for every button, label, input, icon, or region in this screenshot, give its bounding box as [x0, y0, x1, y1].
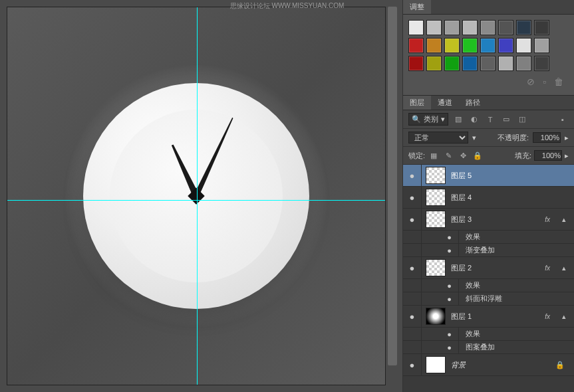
swatch[interactable]	[498, 38, 513, 53]
effect-name: 图案叠加	[466, 342, 495, 352]
effect-name: 效果	[466, 232, 480, 242]
lock-trans-icon[interactable]: ▦	[428, 149, 440, 161]
tab-paths[interactable]: 路径	[459, 96, 487, 110]
swatch[interactable]	[426, 20, 442, 35]
swatch[interactable]	[462, 38, 478, 53]
swatch[interactable]	[462, 56, 478, 71]
swatch[interactable]	[408, 20, 424, 35]
layer-thumbnail[interactable]	[426, 356, 446, 373]
layer-row[interactable]: ● 图层 5	[403, 165, 574, 187]
layer-thumbnail[interactable]	[426, 259, 446, 276]
document-canvas[interactable]	[7, 7, 386, 385]
swatch[interactable]	[534, 56, 549, 71]
swatch[interactable]	[462, 20, 478, 35]
opacity-input[interactable]	[533, 132, 561, 143]
layer-effect-row[interactable]: ● 效果	[403, 231, 574, 244]
visibility-eye-icon[interactable]: ●	[403, 209, 422, 230]
watermark-text: 思缘设计论坛 WWW.MISSYUAN.COM	[230, 1, 345, 11]
fx-collapse-icon[interactable]: ▴	[558, 264, 570, 272]
swatch[interactable]	[480, 38, 496, 53]
layer-effect-row[interactable]: ● 效果	[403, 279, 574, 292]
layer-effect-row[interactable]: ● 效果	[403, 328, 574, 341]
visibility-eye-icon[interactable]: ●	[403, 165, 422, 186]
visibility-eye-icon[interactable]: ●	[440, 341, 459, 353]
visibility-eye-icon[interactable]: ●	[403, 306, 422, 327]
visibility-eye-icon[interactable]: ●	[403, 354, 422, 375]
swatch[interactable]	[516, 56, 531, 71]
adjustments-tabs: 调整	[403, 0, 574, 15]
layer-thumbnail[interactable]	[426, 211, 446, 228]
tab-channels[interactable]: 通道	[431, 96, 459, 110]
filter-pixel-icon[interactable]: ▧	[452, 114, 464, 126]
scrubby-icon[interactable]: ▸	[565, 151, 569, 160]
guide-vertical[interactable]	[197, 7, 198, 385]
visibility-eye-icon[interactable]: ●	[440, 244, 459, 256]
lock-all-icon[interactable]: 🔒	[472, 149, 484, 161]
dropdown-arrow-icon: ▾	[441, 115, 445, 124]
swatch[interactable]	[480, 20, 496, 35]
layer-row[interactable]: ● 背景 🔒	[403, 354, 574, 376]
layer-name: 图层 3	[451, 215, 539, 225]
layer-row[interactable]: ● 图层 3 fx▴	[403, 209, 574, 231]
swatch[interactable]	[534, 38, 549, 53]
swatch[interactable]	[408, 38, 424, 53]
swatch-new-icon[interactable]: ▫	[543, 76, 546, 87]
swatch[interactable]	[498, 56, 513, 71]
layer-filter-type[interactable]: 🔍 类别 ▾	[408, 113, 448, 126]
filter-toggle[interactable]: ▪	[557, 114, 569, 126]
guide-horizontal[interactable]	[7, 200, 385, 201]
swatch[interactable]	[534, 20, 549, 35]
layer-name: 图层 1	[451, 312, 539, 322]
layer-thumbnail[interactable]	[426, 167, 446, 184]
visibility-eye-icon[interactable]: ●	[403, 187, 422, 208]
swatch[interactable]	[516, 20, 531, 35]
right-panels: 思缘设计论坛 WWW.MISSYUAN.COM 调整 ⊘ ▫ 🗑 图层 通道 路…	[402, 0, 574, 392]
swatch[interactable]	[444, 56, 460, 71]
fx-badge[interactable]: fx	[545, 264, 553, 272]
layer-row[interactable]: ● 图层 1 fx▴	[403, 306, 574, 328]
swatch[interactable]	[498, 20, 513, 35]
fill-label: 填充:	[515, 151, 531, 161]
tab-adjustments[interactable]: 调整	[403, 0, 431, 14]
filter-smart-icon[interactable]: ◫	[516, 114, 528, 126]
fill-input[interactable]	[534, 150, 562, 161]
swatch[interactable]	[408, 56, 424, 71]
visibility-eye-icon[interactable]: ●	[403, 257, 422, 278]
blend-mode-select[interactable]: 正常	[408, 132, 468, 144]
visibility-eye-icon[interactable]: ●	[440, 231, 459, 243]
swatches-panel: ⊘ ▫ 🗑	[403, 15, 574, 95]
fx-badge[interactable]: fx	[545, 216, 553, 223]
filter-adjust-icon[interactable]: ◐	[468, 114, 480, 126]
layer-row[interactable]: ● 图层 4	[403, 187, 574, 209]
layer-effect-row[interactable]: ● 图案叠加	[403, 341, 574, 354]
lock-paint-icon[interactable]: ✎	[442, 149, 454, 161]
canvas-scrollbar[interactable]	[388, 7, 397, 365]
layer-effect-row[interactable]: ● 斜面和浮雕	[403, 292, 574, 306]
visibility-eye-icon[interactable]: ●	[440, 292, 459, 305]
visibility-eye-icon[interactable]: ●	[440, 279, 459, 292]
swatch-noentry-icon[interactable]: ⊘	[527, 76, 535, 87]
scrubby-icon[interactable]: ▸	[565, 134, 569, 142]
fx-badge[interactable]: fx	[545, 313, 553, 320]
tab-layers[interactable]: 图层	[403, 96, 431, 110]
layer-thumbnail[interactable]	[426, 189, 446, 206]
filter-type-icon[interactable]: T	[484, 114, 496, 126]
swatch[interactable]	[444, 20, 460, 35]
swatch[interactable]	[426, 38, 442, 53]
fx-collapse-icon[interactable]: ▴	[558, 312, 570, 321]
layer-effect-row[interactable]: ● 渐变叠加	[403, 244, 574, 257]
layer-row[interactable]: ● 图层 2 fx▴	[403, 257, 574, 279]
swatch[interactable]	[480, 56, 496, 71]
visibility-eye-icon[interactable]: ●	[440, 328, 459, 340]
swatch-trash-icon[interactable]: 🗑	[554, 76, 563, 87]
swatch[interactable]	[426, 56, 442, 71]
swatch[interactable]	[444, 38, 460, 53]
effect-name: 斜面和浮雕	[466, 294, 502, 304]
layer-thumbnail[interactable]	[426, 308, 446, 325]
filter-shape-icon[interactable]: ▭	[500, 114, 512, 126]
fx-collapse-icon[interactable]: ▴	[558, 215, 570, 224]
lock-label: 锁定:	[408, 151, 425, 161]
lock-move-icon[interactable]: ✥	[457, 149, 469, 161]
swatch[interactable]	[516, 38, 531, 53]
search-icon: 🔍	[412, 115, 421, 124]
